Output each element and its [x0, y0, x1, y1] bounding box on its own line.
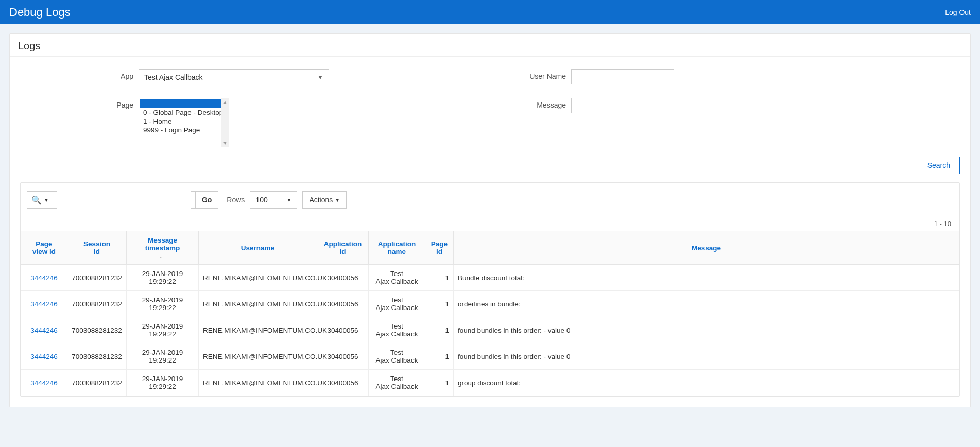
table-cell: 7003088281232	[67, 265, 127, 291]
chevron-down-icon: ▼	[317, 74, 323, 81]
page-option[interactable]: 0 - Global Page - Desktop	[140, 108, 228, 117]
logs-table: Pageview idSessionidMessagetimestamp↓≡Us…	[21, 231, 959, 396]
table-cell: RENE.MIKAMI@INFOMENTUM.CO.UK	[199, 291, 317, 317]
column-header[interactable]: Pageid	[425, 231, 454, 265]
column-header[interactable]: Messagetimestamp↓≡	[127, 231, 199, 265]
chevron-down-icon: ▼	[286, 197, 291, 203]
page-view-id-link[interactable]: 3444246	[30, 353, 58, 360]
table-cell: RENE.MIKAMI@INFOMENTUM.CO.UK	[199, 370, 317, 396]
table-row: 3444246700308828123229-JAN-201919:29:22R…	[21, 265, 959, 291]
table-cell: TestAjax Callback	[369, 317, 425, 343]
rows-select-value: 100	[255, 196, 267, 204]
page-view-id-link[interactable]: 3444246	[30, 300, 58, 308]
table-cell: 7003088281232	[67, 370, 127, 396]
page-view-id-link[interactable]: 3444246	[30, 326, 58, 334]
logs-card: Logs App Test Ajax Callback ▼ User Name …	[9, 33, 971, 407]
table-cell: 7003088281232	[67, 291, 127, 317]
table-body: 3444246700308828123229-JAN-201919:29:22R…	[21, 265, 959, 396]
chevron-down-icon: ▼	[335, 197, 340, 203]
table-cell: 7003088281232	[67, 343, 127, 370]
go-button[interactable]: Go	[195, 191, 218, 209]
app-title: Debug Logs	[9, 6, 71, 19]
table-cell: 29-JAN-201919:29:22	[127, 343, 199, 370]
table-cell: 29-JAN-201919:29:22	[127, 291, 199, 317]
table-header-row: Pageview idSessionidMessagetimestamp↓≡Us…	[21, 231, 959, 265]
table-cell: found bundles in this order: - value 0	[454, 343, 959, 370]
table-cell: 3444246	[21, 317, 67, 343]
column-header[interactable]: Sessionid	[67, 231, 127, 265]
table-cell: 3444246	[21, 265, 67, 291]
table-cell: group discount total:	[454, 370, 959, 396]
app-select[interactable]: Test Ajax Callback ▼	[139, 69, 329, 85]
message-label: Message	[514, 98, 566, 147]
page-view-id-link[interactable]: 3444246	[30, 274, 58, 282]
app-select-value: Test Ajax Callback	[144, 73, 203, 81]
logout-link[interactable]: Log Out	[945, 8, 971, 16]
table-cell: 1	[425, 343, 454, 370]
table-cell: TestAjax Callback	[369, 343, 425, 370]
rows-select[interactable]: 100 ▼	[250, 191, 297, 209]
table-row: 3444246700308828123229-JAN-201919:29:22R…	[21, 370, 959, 396]
app-label: App	[20, 69, 133, 85]
page-listbox[interactable]: 0 - Global Page - Desktop1 - Home9999 - …	[139, 98, 229, 147]
row-range: 1 - 10	[21, 217, 959, 231]
table-cell: 29-JAN-201919:29:22	[127, 370, 199, 396]
actions-label: Actions	[309, 196, 333, 204]
table-cell: 3444246	[21, 343, 67, 370]
table-cell: 29-JAN-201919:29:22	[127, 317, 199, 343]
table-cell: RENE.MIKAMI@INFOMENTUM.CO.UK	[199, 317, 317, 343]
column-header[interactable]: Username	[199, 231, 317, 265]
table-cell: 3444246	[21, 370, 67, 396]
page-option[interactable]: 9999 - Login Page	[140, 126, 228, 134]
search-button-row: Search	[10, 152, 970, 182]
table-cell: 1	[425, 265, 454, 291]
column-header[interactable]: Pageview id	[21, 231, 67, 265]
table-cell: RENE.MIKAMI@INFOMENTUM.CO.UK	[199, 265, 317, 291]
column-header[interactable]: Applicationid	[317, 231, 369, 265]
table-cell: TestAjax Callback	[369, 265, 425, 291]
table-row: 3444246700308828123229-JAN-201919:29:22R…	[21, 317, 959, 343]
page-option[interactable]: 1 - Home	[140, 117, 228, 126]
column-header[interactable]: Message	[454, 231, 959, 265]
table-cell: TestAjax Callback	[369, 370, 425, 396]
report-toolbar: 🔍 ▼ Go Rows 100 ▼ Actions ▼	[21, 183, 959, 217]
rows-label: Rows	[227, 196, 245, 204]
username-label: User Name	[514, 69, 566, 85]
username-input[interactable]	[571, 69, 674, 84]
table-cell: 1	[425, 370, 454, 396]
column-header[interactable]: Applicationname	[369, 231, 425, 265]
page-wrap: Logs App Test Ajax Callback ▼ User Name …	[0, 24, 980, 417]
table-cell: Bundle discount total:	[454, 265, 959, 291]
column-search-menu[interactable]: 🔍 ▼	[27, 191, 53, 209]
top-bar: Debug Logs Log Out	[0, 0, 980, 24]
page-view-id-link[interactable]: 3444246	[30, 379, 58, 387]
table-cell: 7003088281232	[67, 317, 127, 343]
table-cell: 1	[425, 317, 454, 343]
page-option[interactable]	[140, 99, 228, 108]
sort-desc-icon: ↓≡	[131, 253, 194, 259]
report-region: 🔍 ▼ Go Rows 100 ▼ Actions ▼	[20, 182, 960, 397]
search-icon: 🔍	[31, 195, 42, 205]
scroll-up-icon[interactable]: ▲	[222, 99, 228, 105]
filter-region: App Test Ajax Callback ▼ User Name Page …	[10, 57, 970, 152]
actions-menu[interactable]: Actions ▼	[302, 191, 347, 209]
table-cell: 3444246	[21, 291, 67, 317]
page-label: Page	[20, 98, 133, 147]
section-title: Logs	[10, 34, 970, 56]
message-input[interactable]	[571, 98, 674, 113]
table-cell: found bundles in this order: - value 0	[454, 317, 959, 343]
search-button[interactable]: Search	[918, 157, 960, 174]
table-cell: TestAjax Callback	[369, 291, 425, 317]
chevron-down-icon: ▼	[44, 197, 49, 203]
table-row: 3444246700308828123229-JAN-201919:29:22R…	[21, 343, 959, 370]
report-search-input-wrap	[53, 191, 195, 209]
scroll-down-icon[interactable]: ▼	[222, 140, 228, 146]
table-cell: 1	[425, 291, 454, 317]
table-row: 3444246700308828123229-JAN-201919:29:22R…	[21, 291, 959, 317]
table-cell: 29-JAN-201919:29:22	[127, 265, 199, 291]
report-search-input[interactable]	[57, 191, 191, 209]
table-cell: orderlines in bundle:	[454, 291, 959, 317]
table-cell: RENE.MIKAMI@INFOMENTUM.CO.UK	[199, 343, 317, 370]
listbox-scrollbar[interactable]: ▲ ▼	[221, 98, 229, 147]
